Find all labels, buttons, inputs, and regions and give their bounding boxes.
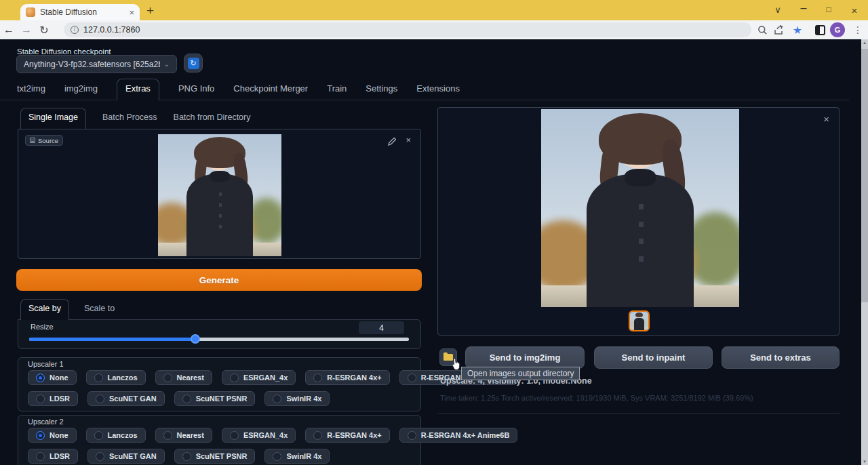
image-icon [30, 138, 35, 143]
window-maximize-button[interactable]: □ [823, 5, 835, 14]
upscaler1-option-swinir4x[interactable]: SwinIR 4x [264, 391, 330, 406]
tab-txt2img[interactable]: txt2img [17, 83, 45, 100]
upscaler1-option-scunet-gan[interactable]: ScuNET GAN [87, 391, 165, 406]
generate-button[interactable]: Generate [16, 269, 422, 291]
radio-icon [408, 373, 416, 382]
checkpoint-dropdown[interactable]: Anything-V3-fp32.safetensors [625a2ba2] … [16, 55, 177, 73]
tab-extensions[interactable]: Extensions [416, 83, 460, 100]
scrollbar-thumb[interactable] [861, 49, 868, 302]
tab-single-image[interactable]: Single Image [20, 108, 86, 129]
radio-icon [163, 373, 172, 382]
resize-value-input[interactable]: 4 [359, 321, 404, 334]
upscaler2-option-nearest[interactable]: Nearest [155, 428, 212, 443]
tab-scale-by[interactable]: Scale by [20, 299, 69, 320]
source-tab-bar: Single Image Batch Process Batch from Di… [16, 107, 422, 128]
refresh-icon: ↻ [188, 58, 199, 69]
upscaler2-option-scunet-gan[interactable]: ScuNET GAN [87, 449, 165, 464]
site-info-icon[interactable]: i [71, 26, 79, 34]
divider [437, 413, 840, 414]
tab-close-icon[interactable]: × [129, 7, 134, 18]
browser-tabstrip: Stable Diffusion × + ∨ – □ × [0, 0, 868, 20]
clear-image-icon[interactable]: × [406, 135, 411, 145]
upscaler1-panel: Upscaler 1 None Lanczos Nearest ESRGAN_4… [18, 357, 421, 411]
chevron-down-icon: ⌄ [164, 60, 170, 68]
result-image[interactable] [541, 109, 739, 307]
upscaler1-option-resrgan4x[interactable]: R-ESRGAN 4x+ [305, 370, 389, 385]
share-icon[interactable] [772, 22, 787, 37]
resize-slider[interactable] [29, 338, 409, 341]
gallery-close-icon[interactable]: × [823, 113, 829, 125]
tab-batch-process[interactable]: Batch Process [102, 113, 157, 128]
tab-search-icon[interactable]: ∨ [772, 5, 784, 15]
cursor-hand-icon [450, 358, 461, 374]
send-to-img2img-button[interactable]: Send to img2img [465, 346, 585, 369]
tab-train[interactable]: Train [327, 83, 347, 100]
gallery-thumbnail[interactable] [629, 310, 650, 331]
menu-kebab-icon[interactable]: ⋮ [850, 22, 865, 37]
tab-settings[interactable]: Settings [366, 83, 397, 100]
refresh-checkpoints-button[interactable]: ↻ [184, 54, 203, 73]
sd-webui-page: Stable Diffusion checkpoint Anything-V3-… [0, 39, 861, 465]
upscaler2-option-swinir4x[interactable]: SwinIR 4x [264, 449, 330, 464]
edit-image-icon[interactable] [388, 136, 396, 148]
radio-icon [273, 452, 281, 461]
back-icon[interactable]: ← [0, 24, 18, 36]
favicon-icon [26, 7, 35, 17]
radio-selected-icon [36, 373, 45, 382]
slider-thumb[interactable] [191, 334, 200, 344]
browser-tab[interactable]: Stable Diffusion × [20, 4, 140, 20]
avatar[interactable]: G [830, 22, 845, 37]
scroll-up-icon[interactable]: ▲ [861, 41, 868, 45]
upscaler1-option-nearest[interactable]: Nearest [155, 370, 212, 385]
radio-icon [230, 431, 239, 440]
radio-icon [94, 373, 103, 382]
upscaler2-option-lanczos[interactable]: Lanczos [86, 428, 146, 443]
upscaler2-panel: Upscaler 2 None Lanczos Nearest ESRGAN_4… [18, 415, 421, 465]
url-text: 127.0.0.1:7860 [83, 25, 140, 35]
bookmark-star-icon[interactable]: ★ [790, 22, 805, 37]
resize-label: Resize [31, 323, 54, 331]
upscaler1-option-scunet-psnr[interactable]: ScuNET PSNR [174, 391, 256, 406]
result-gallery: × [437, 107, 840, 336]
url-bar[interactable]: i 127.0.0.1:7860 [64, 22, 751, 37]
zoom-icon[interactable] [755, 22, 770, 37]
source-image-dropzone[interactable]: Source × [18, 129, 421, 259]
tab-png-info[interactable]: PNG Info [178, 83, 214, 100]
tab-extras[interactable]: Extras [117, 79, 159, 100]
scroll-down-icon[interactable]: ▼ [861, 460, 868, 464]
window-close-button[interactable]: × [848, 5, 861, 16]
upscaler1-option-esrgan4x[interactable]: ESRGAN_4x [222, 370, 296, 385]
radio-icon [36, 452, 45, 461]
tab-scale-to[interactable]: Scale to [84, 304, 115, 319]
page-scrollbar[interactable]: ▲ ▼ [861, 39, 868, 465]
radio-icon [230, 373, 239, 382]
screen: Stable Diffusion × + ∨ – □ × ← → ↻ i 127… [0, 0, 868, 465]
radio-icon [408, 431, 416, 440]
upscaler2-option-ldsr[interactable]: LDSR [28, 449, 78, 464]
upscaler1-option-ldsr[interactable]: LDSR [28, 391, 78, 406]
forward-icon[interactable]: → [18, 24, 35, 36]
new-tab-button[interactable]: + [146, 3, 154, 18]
upscaler2-option-resrgan-anime6b[interactable]: R-ESRGAN 4x+ Anime6B [399, 428, 518, 443]
upscaler1-option-lanczos[interactable]: Lanczos [86, 370, 146, 385]
upscaler2-option-none[interactable]: None [28, 428, 77, 443]
tab-batch-from-directory[interactable]: Batch from Directory [174, 113, 251, 128]
upscaler1-label: Upscaler 1 [28, 360, 64, 368]
upscaler2-option-esrgan4x[interactable]: ESRGAN_4x [222, 428, 296, 443]
upscaler2-option-scunet-psnr[interactable]: ScuNET PSNR [174, 449, 256, 464]
send-to-extras-button[interactable]: Send to extras [722, 346, 840, 369]
source-badge: Source [25, 135, 63, 146]
upscaler2-option-resrgan4x[interactable]: R-ESRGAN 4x+ [305, 428, 389, 443]
side-panel-icon[interactable] [812, 22, 827, 37]
window-minimize-button[interactable]: – [797, 2, 810, 14]
upscaler2-label: Upscaler 2 [28, 418, 64, 426]
tab-checkpoint-merger[interactable]: Checkpoint Merger [233, 83, 308, 100]
resize-panel: Resize 4 [18, 319, 421, 349]
reload-icon[interactable]: ↻ [35, 24, 53, 37]
footer-stats-text: Time taken: 1.25s Torch active/reserved:… [440, 394, 753, 402]
radio-icon [273, 395, 281, 403]
send-to-inpaint-button[interactable]: Send to inpaint [594, 346, 713, 369]
scale-tab-bar: Scale by Scale to [16, 298, 422, 319]
tab-img2img[interactable]: img2img [64, 83, 98, 100]
upscaler1-option-none[interactable]: None [28, 370, 77, 385]
